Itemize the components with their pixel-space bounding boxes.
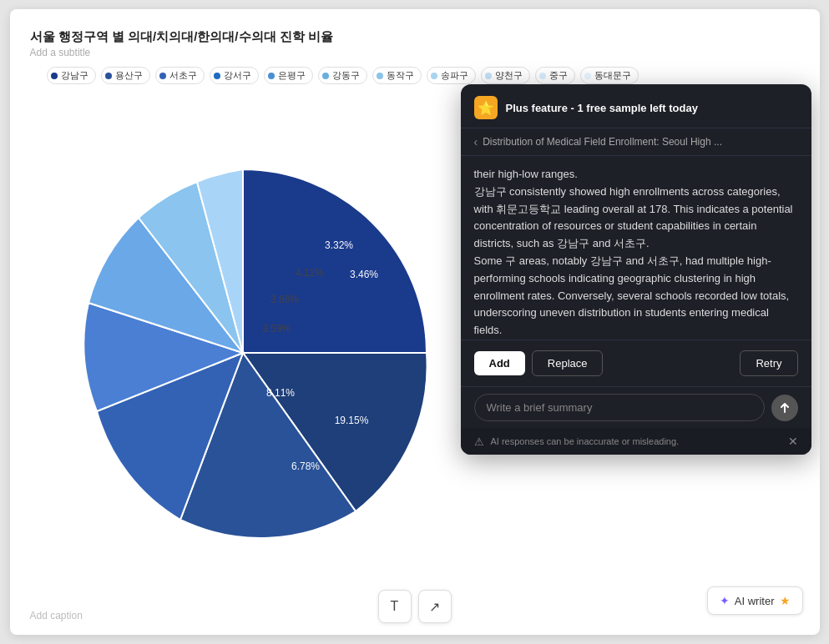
legend-item[interactable]: 중구 [535, 67, 575, 84]
legend-label: 중구 [549, 69, 568, 82]
popup-breadcrumb: ‹ Distribution of Medical Field Enrollme… [461, 128, 811, 156]
main-card: 서울 행정구역 별 의대/치의대/한의대/수의대 진학 비율 Add a sub… [10, 9, 820, 635]
bottom-toolbar: T ↗ [378, 590, 452, 623]
legend-label: 용산구 [115, 69, 143, 82]
pie-chart: 3.46% 3.32% 4.12% 3.86% 3.59% 8.11% 6.78… [30, 94, 456, 561]
legend-item[interactable]: 은평구 [264, 67, 313, 84]
popup-actions: Add Replace Retry [461, 340, 811, 386]
legend-label: 서초구 [169, 69, 197, 82]
text-tool-button[interactable]: T [378, 590, 412, 623]
legend-item[interactable]: 송파구 [427, 67, 476, 84]
warning-text: AI responses can be inaccurate or mislea… [491, 436, 680, 446]
retry-button[interactable]: Retry [740, 350, 797, 376]
legend-item[interactable]: 동작구 [372, 67, 422, 84]
pie-label-4: 3.86% [270, 294, 298, 305]
star-icon: ★ [780, 594, 791, 607]
legend-color-dot [159, 73, 166, 79]
pie-label-6: 8.11% [265, 387, 294, 399]
popup-warning: ⚠ AI responses can be inaccurate or misl… [461, 428, 811, 455]
breadcrumb-text: Distribution of Medical Field Enrollment… [483, 136, 722, 148]
legend-item[interactable]: 용산구 [101, 67, 150, 84]
legend-color-dot [105, 73, 112, 79]
legend-item[interactable]: 서초구 [155, 67, 205, 84]
pie-label-2: 3.32% [324, 239, 352, 251]
send-icon [779, 402, 791, 414]
legend-label: 은평구 [278, 69, 306, 82]
chart-subtitle[interactable]: Add a subtitle [30, 47, 800, 58]
pie-label-1: 3.46% [349, 269, 377, 280]
legend-color-dot [322, 73, 329, 79]
chart-title: 서울 행정구역 별 의대/치의대/한의대/수의대 진학 비율 [30, 29, 800, 45]
send-button[interactable] [771, 395, 798, 421]
legend-item[interactable]: 동대문구 [580, 67, 639, 84]
warning-close-button[interactable]: ✕ [788, 435, 798, 448]
ai-writer-label: AI writer [735, 595, 775, 607]
legend-color-dot [431, 73, 437, 79]
legend-item[interactable]: 강남구 [47, 67, 96, 84]
legend-label: 동대문구 [594, 69, 631, 82]
warning-icon: ⚠ [474, 435, 484, 448]
legend-color-dot [584, 73, 591, 79]
legend-label: 동작구 [387, 69, 414, 82]
arrow-tool-button[interactable]: ↗ [418, 590, 452, 623]
popup-header: ⭐ Plus feature - 1 free sample left toda… [461, 84, 811, 128]
legend-label: 강남구 [61, 69, 88, 82]
add-button[interactable]: Add [474, 351, 525, 375]
pie-label-3: 4.12% [295, 267, 323, 279]
legend-label: 송파구 [441, 69, 468, 82]
pie-label-7: 6.78% [291, 460, 319, 472]
ai-writer-button[interactable]: ✦ AI writer ★ [707, 586, 803, 615]
legend-color-dot [268, 73, 275, 79]
pie-label-8: 19.15% [334, 415, 368, 426]
legend-item[interactable]: 강서구 [210, 67, 259, 84]
prompt-input[interactable] [474, 394, 765, 421]
legend-color-dot [539, 73, 546, 79]
ai-popup: ⭐ Plus feature - 1 free sample left toda… [461, 84, 811, 455]
arrow-icon: ↗ [429, 599, 440, 615]
popup-title: Plus feature - 1 free sample left today [506, 102, 698, 114]
replace-button[interactable]: Replace [532, 350, 604, 376]
page-wrapper: 서울 행정구역 별 의대/치의대/한의대/수의대 진학 비율 Add a sub… [0, 0, 829, 644]
sparkle-icon: ✦ [720, 594, 730, 607]
back-arrow-icon[interactable]: ‹ [474, 135, 478, 148]
legend-label: 양천구 [495, 69, 523, 82]
popup-star-icon: ⭐ [474, 96, 498, 119]
popup-body: their high-low ranges. 강남구 consistently … [461, 156, 811, 340]
legend-color-dot [377, 73, 383, 79]
legend-bar: 강남구용산구서초구강서구은평구강동구동작구송파구양천구중구동대문구 [30, 67, 800, 84]
popup-input-row [461, 386, 811, 428]
text-icon: T [391, 599, 399, 614]
legend-item[interactable]: 양천구 [481, 67, 530, 84]
legend-color-dot [51, 73, 58, 79]
popup-body-text: their high-low ranges. 강남구 consistently … [474, 166, 798, 340]
add-caption[interactable]: Add caption [30, 610, 83, 621]
legend-label: 강동구 [332, 69, 360, 82]
pie-label-5: 3.59% [261, 323, 290, 335]
legend-color-dot [485, 73, 492, 79]
legend-item[interactable]: 강동구 [318, 67, 367, 84]
legend-label: 강서구 [224, 69, 251, 82]
legend-color-dot [214, 73, 220, 79]
